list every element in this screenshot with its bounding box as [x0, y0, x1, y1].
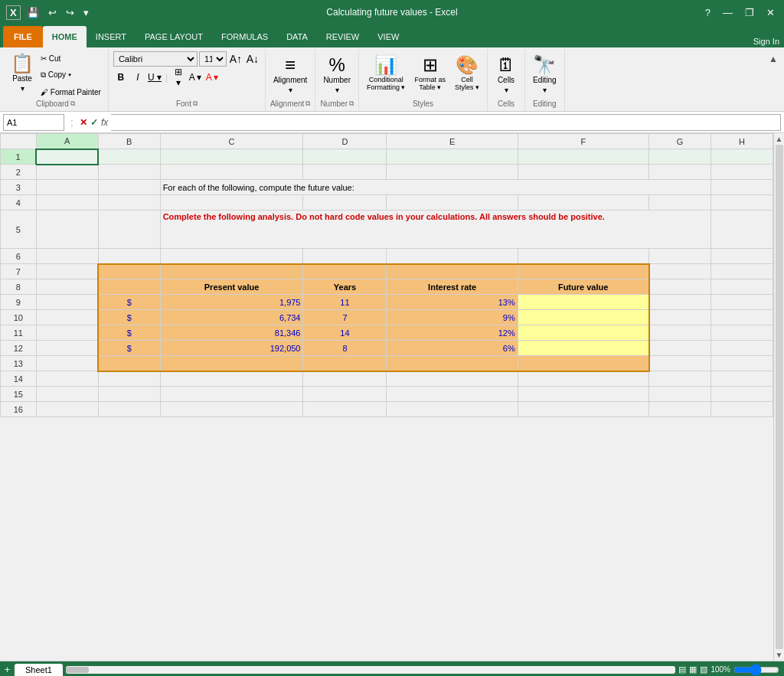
row-num-12[interactable]: 12	[1, 341, 37, 356]
number-expand[interactable]: ⧉	[349, 100, 354, 108]
cell-e12[interactable]: 6%	[387, 341, 518, 356]
cell-a14[interactable]	[36, 371, 98, 387]
cell-f4[interactable]	[518, 195, 648, 211]
row-num-13[interactable]: 13	[1, 356, 37, 371]
cell-e9[interactable]: 13%	[387, 295, 518, 310]
tab-page-layout[interactable]: PAGE LAYOUT	[136, 26, 212, 47]
fill-color-button[interactable]: A ▾	[188, 70, 203, 85]
copy-button[interactable]: ⧉ Copy ▾	[38, 67, 103, 83]
cell-d1[interactable]	[303, 149, 387, 165]
borders-button[interactable]: ⊞ ▾	[171, 70, 186, 85]
row-num-14[interactable]: 14	[1, 371, 37, 387]
scrollbar-right[interactable]: ▲ ▼	[773, 133, 784, 661]
cell-h14[interactable]	[710, 371, 773, 387]
cell-c13[interactable]	[160, 356, 303, 371]
alignment-button[interactable]: ≡ Alignment ▾	[270, 52, 310, 98]
cell-c12[interactable]: 192,050	[160, 341, 303, 356]
row-num-15[interactable]: 15	[1, 387, 37, 402]
cell-d4[interactable]	[303, 195, 387, 211]
new-sheet-button[interactable]: +	[0, 665, 15, 675]
italic-button[interactable]: I	[130, 70, 145, 85]
cell-c9[interactable]: 1,975	[160, 295, 303, 310]
cell-e15[interactable]	[387, 387, 518, 402]
cell-g16[interactable]	[649, 402, 711, 417]
row-num-8[interactable]: 8	[1, 279, 37, 295]
help-button[interactable]: ?	[702, 5, 714, 20]
format-as-table-button[interactable]: ⊞ Format asTable ▾	[411, 51, 449, 96]
cell-e4[interactable]	[387, 195, 518, 211]
cell-b9[interactable]: $	[98, 295, 160, 310]
cell-g10[interactable]	[649, 310, 711, 325]
cell-b1[interactable]	[98, 149, 160, 165]
corner-header[interactable]	[1, 134, 37, 149]
font-expand-icon[interactable]: ⧉	[193, 100, 198, 108]
close-button[interactable]: ✕	[763, 5, 778, 20]
cell-a2[interactable]	[36, 165, 98, 180]
cell-c10[interactable]: 6,734	[160, 310, 303, 325]
undo-button[interactable]: ↩	[45, 5, 60, 20]
cell-c14[interactable]	[160, 371, 303, 387]
format-painter-button[interactable]: 🖌 Format Painter	[38, 84, 103, 100]
cell-h13[interactable]	[710, 356, 773, 371]
redo-button[interactable]: ↪	[63, 5, 77, 20]
cell-a15[interactable]	[36, 387, 98, 402]
cell-a11[interactable]	[36, 325, 98, 341]
cell-b4[interactable]	[98, 195, 160, 211]
cell-d6[interactable]	[303, 249, 387, 264]
cell-a16[interactable]	[36, 402, 98, 417]
tab-home[interactable]: HOME	[43, 26, 87, 47]
cell-d15[interactable]	[303, 387, 387, 402]
cell-g4[interactable]	[649, 195, 711, 211]
cell-a4[interactable]	[36, 195, 98, 211]
row-num-2[interactable]: 2	[1, 165, 37, 180]
cell-d2[interactable]	[303, 165, 387, 180]
tab-formulas[interactable]: FORMULAS	[212, 26, 277, 47]
cell-g7[interactable]	[649, 264, 711, 279]
paste-button[interactable]: 📋 Paste ▾	[8, 51, 37, 96]
cell-a10[interactable]	[36, 310, 98, 325]
cell-h12[interactable]	[710, 341, 773, 356]
cell-h8[interactable]	[710, 279, 773, 295]
normal-view-button[interactable]: ▤	[678, 665, 686, 674]
cell-h3[interactable]	[710, 180, 773, 195]
cell-f6[interactable]	[518, 249, 648, 264]
tab-data[interactable]: DATA	[277, 26, 317, 47]
cell-h9[interactable]	[710, 295, 773, 310]
cell-h11[interactable]	[710, 325, 773, 341]
cell-g6[interactable]	[649, 249, 711, 264]
cell-h7[interactable]	[710, 264, 773, 279]
cell-d12[interactable]: 8	[303, 341, 387, 356]
cell-e13[interactable]	[387, 356, 518, 371]
cell-c4[interactable]	[160, 195, 303, 211]
collapse-ribbon-button[interactable]: ▲	[766, 52, 781, 66]
cell-styles-button[interactable]: 🎨 CellStyles ▾	[452, 51, 482, 96]
cell-b6[interactable]	[98, 249, 160, 264]
row-num-4[interactable]: 4	[1, 195, 37, 211]
cell-b2[interactable]	[98, 165, 160, 180]
cell-g14[interactable]	[649, 371, 711, 387]
cell-d14[interactable]	[303, 371, 387, 387]
cell-g9[interactable]	[649, 295, 711, 310]
cell-d11[interactable]: 14	[303, 325, 387, 341]
font-size-select[interactable]: 11	[199, 51, 227, 67]
sign-in-button[interactable]: Sign In	[749, 35, 784, 47]
cell-e14[interactable]	[387, 371, 518, 387]
cell-f11[interactable]	[518, 325, 648, 341]
row-num-1[interactable]: 1	[1, 149, 37, 165]
cell-g15[interactable]	[649, 387, 711, 402]
cell-b13[interactable]	[98, 356, 160, 371]
font-family-select[interactable]: Calibri	[113, 51, 198, 67]
cell-g1[interactable]	[649, 149, 711, 165]
row-num-3[interactable]: 3	[1, 180, 37, 195]
cell-c8[interactable]: Present value	[160, 279, 303, 295]
row-num-7[interactable]: 7	[1, 264, 37, 279]
increase-font-button[interactable]: A↑	[228, 51, 243, 67]
cell-b14[interactable]	[98, 371, 160, 387]
scrollbar-bottom[interactable]	[66, 666, 676, 674]
cell-g11[interactable]	[649, 325, 711, 341]
cell-f16[interactable]	[518, 402, 648, 417]
col-header-a[interactable]: A	[36, 134, 98, 149]
scroll-h-thumb[interactable]	[66, 667, 89, 673]
col-header-c[interactable]: C	[160, 134, 303, 149]
row-num-9[interactable]: 9	[1, 295, 37, 310]
